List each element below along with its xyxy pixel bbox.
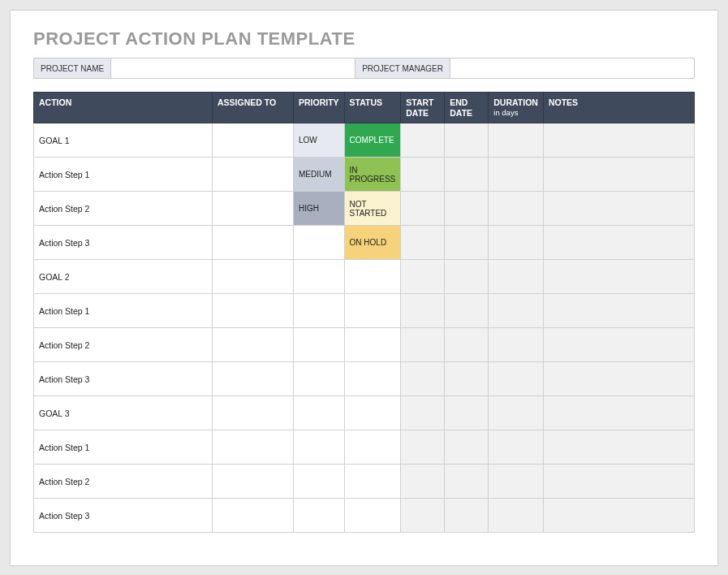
cell-duration[interactable]: [489, 362, 544, 396]
cell-priority[interactable]: [294, 260, 345, 294]
cell-assigned[interactable]: [213, 499, 294, 533]
cell-status[interactable]: [344, 328, 401, 362]
cell-duration[interactable]: [489, 499, 544, 533]
cell-notes[interactable]: [543, 430, 694, 465]
cell-assigned[interactable]: [213, 328, 294, 362]
project-name-value[interactable]: [111, 58, 355, 78]
cell-status[interactable]: [344, 362, 401, 396]
cell-end[interactable]: [445, 499, 489, 533]
cell-status[interactable]: [344, 499, 401, 533]
cell-end[interactable]: [445, 328, 489, 362]
cell-assigned[interactable]: [213, 226, 294, 260]
cell-start[interactable]: [401, 499, 445, 533]
cell-status[interactable]: [344, 294, 401, 328]
cell-notes[interactable]: [543, 158, 694, 192]
cell-end[interactable]: [445, 192, 489, 226]
table-row: Action Step 2: [34, 465, 695, 499]
cell-action[interactable]: Action Step 1: [34, 430, 213, 465]
cell-priority[interactable]: [294, 465, 345, 499]
cell-status[interactable]: ON HOLD: [344, 226, 401, 260]
cell-action[interactable]: Action Step 3: [34, 499, 213, 533]
cell-end[interactable]: [445, 396, 489, 430]
cell-notes[interactable]: [543, 123, 694, 158]
cell-duration[interactable]: [489, 465, 544, 499]
cell-status[interactable]: NOT STARTED: [344, 192, 401, 226]
cell-notes[interactable]: [543, 260, 694, 294]
cell-action[interactable]: Action Step 2: [34, 465, 213, 499]
cell-action[interactable]: GOAL 3: [34, 396, 213, 430]
cell-assigned[interactable]: [213, 430, 294, 465]
cell-action[interactable]: Action Step 3: [34, 362, 213, 396]
cell-duration[interactable]: [489, 294, 544, 328]
cell-status[interactable]: IN PROGRESS: [344, 158, 401, 192]
cell-start[interactable]: [401, 430, 445, 465]
cell-start[interactable]: [401, 123, 445, 158]
cell-status[interactable]: [344, 396, 401, 430]
cell-priority[interactable]: [294, 430, 345, 465]
cell-assigned[interactable]: [213, 396, 294, 430]
cell-assigned[interactable]: [213, 158, 294, 192]
cell-end[interactable]: [445, 362, 489, 396]
cell-priority[interactable]: [294, 294, 345, 328]
cell-start[interactable]: [401, 192, 445, 226]
cell-duration[interactable]: [489, 260, 544, 294]
cell-status[interactable]: [344, 465, 401, 499]
cell-notes[interactable]: [543, 465, 694, 499]
cell-duration[interactable]: [489, 158, 544, 192]
cell-notes[interactable]: [543, 226, 694, 260]
cell-end[interactable]: [445, 158, 489, 192]
cell-priority[interactable]: LOW: [294, 123, 345, 158]
cell-end[interactable]: [445, 430, 489, 465]
cell-status[interactable]: [344, 260, 401, 294]
cell-notes[interactable]: [543, 396, 694, 430]
cell-priority[interactable]: HIGH: [294, 192, 345, 226]
cell-notes[interactable]: [543, 499, 694, 533]
cell-start[interactable]: [401, 362, 445, 396]
cell-assigned[interactable]: [213, 123, 294, 158]
cell-start[interactable]: [401, 465, 445, 499]
cell-start[interactable]: [401, 158, 445, 192]
cell-notes[interactable]: [543, 328, 694, 362]
cell-assigned[interactable]: [213, 260, 294, 294]
cell-action[interactable]: Action Step 1: [34, 294, 213, 328]
cell-action[interactable]: GOAL 2: [34, 260, 213, 294]
cell-priority[interactable]: [294, 499, 345, 533]
cell-status[interactable]: [344, 430, 401, 465]
cell-notes[interactable]: [543, 192, 694, 226]
cell-assigned[interactable]: [213, 465, 294, 499]
cell-start[interactable]: [401, 294, 445, 328]
cell-assigned[interactable]: [213, 294, 294, 328]
cell-start[interactable]: [401, 260, 445, 294]
cell-end[interactable]: [445, 260, 489, 294]
cell-end[interactable]: [445, 226, 489, 260]
cell-priority[interactable]: MEDIUM: [294, 158, 345, 192]
cell-duration[interactable]: [489, 226, 544, 260]
cell-duration[interactable]: [489, 123, 544, 158]
cell-assigned[interactable]: [213, 192, 294, 226]
cell-action[interactable]: Action Step 2: [34, 192, 213, 226]
cell-start[interactable]: [401, 328, 445, 362]
cell-priority[interactable]: [294, 226, 345, 260]
table-row: Action Step 3: [34, 362, 695, 396]
cell-duration[interactable]: [489, 430, 544, 465]
cell-duration[interactable]: [489, 396, 544, 430]
cell-start[interactable]: [401, 396, 445, 430]
cell-end[interactable]: [445, 465, 489, 499]
cell-assigned[interactable]: [213, 362, 294, 396]
cell-notes[interactable]: [543, 362, 694, 396]
cell-start[interactable]: [401, 226, 445, 260]
project-manager-value[interactable]: [450, 58, 694, 78]
cell-priority[interactable]: [294, 362, 345, 396]
cell-notes[interactable]: [543, 294, 694, 328]
cell-status[interactable]: COMPLETE: [344, 123, 401, 158]
cell-priority[interactable]: [294, 328, 345, 362]
cell-duration[interactable]: [489, 192, 544, 226]
cell-action[interactable]: Action Step 2: [34, 328, 213, 362]
cell-action[interactable]: GOAL 1: [34, 123, 213, 158]
cell-end[interactable]: [445, 123, 489, 158]
cell-end[interactable]: [445, 294, 489, 328]
cell-priority[interactable]: [294, 396, 345, 430]
cell-duration[interactable]: [489, 328, 544, 362]
cell-action[interactable]: Action Step 3: [34, 226, 213, 260]
cell-action[interactable]: Action Step 1: [34, 158, 213, 192]
